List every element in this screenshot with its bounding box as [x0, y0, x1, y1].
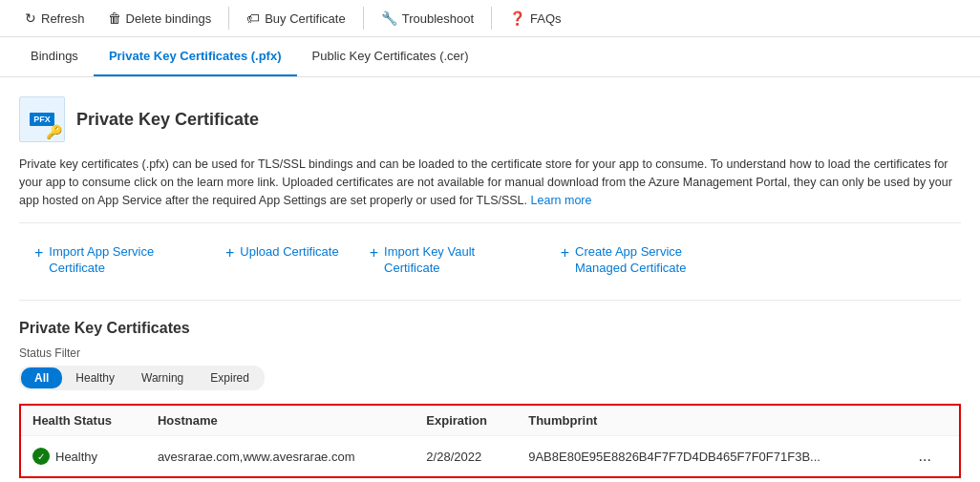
actions-row: + Import App Service Certificate + Uploa… — [19, 237, 961, 301]
key-badge: 🔑 — [46, 124, 62, 139]
filter-warning-button[interactable]: Warning — [128, 367, 197, 388]
tab-private-key-certs[interactable]: Private Key Certificates (.pfx) — [94, 37, 297, 76]
filter-all-button[interactable]: All — [21, 367, 62, 388]
row-actions-button[interactable]: ... — [913, 446, 937, 467]
plus-icon-3: + — [370, 244, 378, 262]
thumbprint-cell: 9AB8E80E95E8826B4F7F7D4DB465F7F0F71F3B..… — [517, 436, 901, 478]
toolbar: ↻ Refresh 🗑 Delete bindings 🏷 Buy Certif… — [0, 0, 980, 37]
col-health-status: Health Status — [20, 405, 146, 436]
certificates-table: Health Status Hostname Expiration Thumbp… — [19, 404, 961, 478]
toolbar-divider-3 — [491, 7, 492, 30]
tabs-bar: Bindings Private Key Certificates (.pfx)… — [0, 37, 980, 77]
hostname-cell: avesrarae.com,www.avesrarae.com — [146, 436, 415, 478]
table-header-row: Health Status Hostname Expiration Thumbp… — [20, 405, 960, 436]
troubleshoot-icon: 🔧 — [381, 10, 397, 26]
delete-icon: 🗑 — [108, 10, 121, 26]
certs-section: Private Key Certificates Status Filter A… — [19, 320, 961, 478]
plus-icon-2: + — [225, 244, 234, 262]
tab-public-key-certs[interactable]: Public Key Certificates (.cer) — [297, 37, 484, 76]
filter-healthy-button[interactable]: Healthy — [62, 367, 128, 388]
delete-bindings-button[interactable]: 🗑 Delete bindings — [98, 6, 222, 31]
section-title: Private Key Certificate — [76, 110, 259, 130]
plus-icon-4: + — [561, 244, 569, 262]
health-icon: ✓ — [32, 448, 50, 465]
certificate-icon: 🏷 — [246, 10, 260, 26]
status-filter-label: Status Filter — [19, 346, 961, 360]
col-hostname: Hostname — [146, 405, 415, 436]
faqs-button[interactable]: ❓ FAQs — [500, 6, 571, 31]
toolbar-divider-1 — [228, 7, 229, 30]
plus-icon-1: + — [34, 244, 43, 262]
main-content: PFX 🔑 Private Key Certificate Private ke… — [0, 77, 980, 482]
import-key-vault-cert-button[interactable]: + Import Key Vault Certificate — [354, 237, 545, 284]
create-managed-cert-button[interactable]: + Create App Service Managed Certificate — [545, 237, 736, 284]
faqs-icon: ❓ — [509, 10, 525, 26]
col-expiration: Expiration — [415, 405, 517, 436]
tab-bindings[interactable]: Bindings — [15, 37, 94, 76]
filter-row: All Healthy Warning Expired — [19, 366, 265, 390]
certs-section-title: Private Key Certificates — [19, 320, 961, 337]
health-cell: ✓ Healthy — [32, 448, 135, 465]
import-app-service-cert-button[interactable]: + Import App Service Certificate — [19, 237, 210, 284]
upload-certificate-button[interactable]: + Upload Certificate — [210, 237, 354, 269]
expiration-cell: 2/28/2022 — [415, 436, 517, 478]
section-header: PFX 🔑 Private Key Certificate — [19, 96, 961, 142]
description-text: Private key certificates (.pfx) can be u… — [19, 156, 961, 223]
refresh-button[interactable]: ↻ Refresh — [15, 6, 95, 31]
pfx-icon: PFX 🔑 — [19, 96, 65, 142]
refresh-icon: ↻ — [25, 10, 36, 26]
row-actions-cell: ... — [902, 436, 960, 478]
troubleshoot-button[interactable]: 🔧 Troubleshoot — [372, 6, 483, 31]
health-status-cell: ✓ Healthy — [20, 436, 146, 478]
learn-more-link[interactable]: Learn more — [531, 194, 592, 207]
buy-certificate-button[interactable]: 🏷 Buy Certificate — [237, 6, 355, 31]
filter-expired-button[interactable]: Expired — [197, 367, 263, 388]
table-row: ✓ Healthy avesrarae.com,www.avesrarae.co… — [20, 436, 960, 478]
col-actions-header — [902, 405, 960, 436]
toolbar-divider-2 — [363, 7, 364, 30]
col-thumbprint: Thumbprint — [517, 405, 901, 436]
